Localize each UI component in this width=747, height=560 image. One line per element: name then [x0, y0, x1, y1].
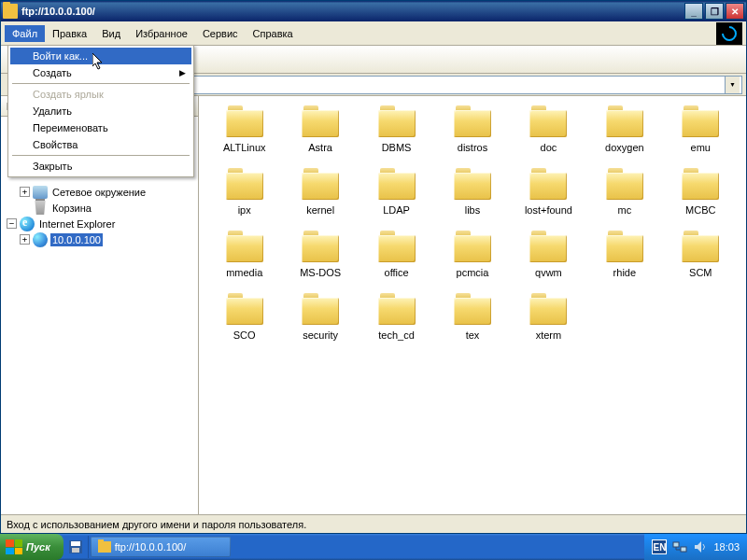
folder-item[interactable]: Astra [282, 105, 358, 153]
folder-label: mc [618, 204, 632, 216]
tray-network-icon[interactable] [672, 539, 687, 554]
svg-rect-13 [673, 542, 679, 547]
start-button[interactable]: Пуск [0, 534, 63, 560]
network-icon [33, 185, 48, 200]
tray-volume-icon[interactable] [693, 539, 708, 554]
folder-item[interactable]: MCBC [663, 168, 739, 216]
taskbar: Пуск ftp://10.0.0.100/ EN 18:03 [0, 534, 747, 560]
folder-icon [605, 168, 644, 202]
folder-label: emu [691, 142, 711, 153]
recycle-bin-icon [33, 201, 48, 216]
menubar: Файл Правка Вид Избранное Сервис Справка [1, 21, 746, 46]
folder-item[interactable]: SCO [206, 293, 282, 341]
menu-item-label: Удалить [33, 105, 72, 117]
folder-icon [529, 231, 568, 264]
folder-item[interactable]: tex [434, 293, 510, 341]
folder-icon [301, 231, 340, 264]
folder-label: SCM [689, 267, 712, 278]
folder-item[interactable]: SCM [663, 231, 739, 278]
titlebar[interactable]: ftp://10.0.0.100/ _ ❐ ✕ [1, 1, 746, 21]
close-button[interactable]: ✕ [726, 3, 744, 20]
tree-label: 10.0.0.100 [50, 233, 103, 246]
folder-item[interactable]: ALTLinux [206, 105, 282, 153]
folder-item[interactable]: tech_cd [359, 293, 434, 341]
folder-icon [301, 168, 340, 202]
menu-favorites[interactable]: Избранное [128, 25, 195, 42]
expand-button[interactable]: + [20, 187, 30, 197]
menu-rename[interactable]: Переименовать [10, 119, 191, 136]
folder-icon [98, 541, 111, 553]
folder-item[interactable]: qvwm [511, 231, 586, 278]
folder-item[interactable]: kernel [282, 168, 358, 216]
menu-edit[interactable]: Правка [45, 25, 94, 42]
folder-label: office [385, 267, 409, 278]
expand-button[interactable]: + [20, 234, 30, 245]
svg-rect-14 [681, 547, 686, 552]
menu-login-as[interactable]: Войти как... [10, 48, 191, 64]
folder-icon [225, 231, 264, 264]
folder-item[interactable]: lost+found [511, 168, 586, 216]
folder-label: Astra [308, 142, 332, 153]
folder-item[interactable]: security [282, 293, 358, 341]
folder-label: ALTLinux [223, 142, 266, 153]
menu-close[interactable]: Закрыть [10, 158, 191, 175]
menu-file[interactable]: Файл [5, 25, 45, 42]
folder-item[interactable]: ipx [206, 168, 282, 216]
maximize-button[interactable]: ❐ [705, 3, 724, 20]
menu-tools[interactable]: Сервис [195, 25, 246, 42]
taskbar-task-button[interactable]: ftp://10.0.0.100/ [91, 537, 231, 557]
folder-item[interactable]: rhide [586, 231, 662, 278]
tree-node-network[interactable]: + Сетевое окружение [3, 184, 196, 200]
menu-help[interactable]: Справка [246, 25, 301, 42]
folder-item[interactable]: MS-DOS [282, 231, 358, 278]
window-title: ftp://10.0.0.100/ [21, 6, 684, 17]
quick-launch-save-icon[interactable] [67, 539, 84, 555]
folder-icon [225, 168, 264, 202]
folder-item[interactable]: distros [434, 105, 510, 153]
folder-icon [377, 293, 416, 327]
folder-label: tex [466, 329, 480, 341]
system-tray: EN 18:03 [644, 534, 747, 560]
tree-node-recycle[interactable]: Корзина [3, 200, 196, 216]
address-dropdown-button[interactable]: ▼ [725, 77, 740, 93]
menu-view[interactable]: Вид [94, 25, 128, 42]
folder-label: libs [465, 204, 481, 216]
menu-delete[interactable]: Удалить [10, 103, 191, 119]
window-controls: _ ❐ ✕ [684, 3, 744, 20]
folder-label: tech_cd [378, 329, 415, 341]
menu-properties[interactable]: Свойства [10, 136, 191, 153]
folder-item[interactable]: DBMS [359, 105, 434, 153]
folder-icon [301, 293, 340, 327]
folder-label: doxygen [605, 142, 644, 153]
folder-icon [681, 105, 720, 139]
language-indicator[interactable]: EN [652, 539, 667, 554]
clock[interactable]: 18:03 [713, 541, 740, 553]
tree-node-ftp[interactable]: + 10.0.0.100 [3, 231, 196, 247]
folder-icon [377, 168, 416, 202]
minimize-button[interactable]: _ [684, 3, 703, 20]
folder-item[interactable]: office [359, 231, 434, 278]
folder-label: security [303, 329, 338, 341]
folder-item[interactable]: libs [434, 168, 510, 216]
menu-item-label: Войти как... [33, 50, 88, 62]
tree-node-ie[interactable]: − Internet Explorer [3, 216, 196, 231]
folder-icon [605, 231, 644, 264]
folder-icon [453, 293, 492, 327]
folder-item[interactable]: mmedia [206, 231, 282, 278]
folder-item[interactable]: mc [586, 168, 662, 216]
folder-label: MS-DOS [300, 267, 341, 278]
folder-view[interactable]: ALTLinuxAstraDBMSdistrosdocdoxygenemuipx… [199, 96, 746, 514]
folder-item[interactable]: xterm [511, 293, 586, 341]
expand-spacer [20, 203, 30, 213]
folder-item[interactable]: pcmcia [434, 231, 510, 278]
task-title: ftp://10.0.0.100/ [115, 541, 186, 553]
folder-item[interactable]: doc [511, 105, 586, 153]
folder-item[interactable]: emu [663, 105, 739, 153]
folder-label: DBMS [382, 142, 412, 153]
folder-icon [529, 105, 568, 139]
collapse-button[interactable]: − [7, 218, 17, 229]
folder-item[interactable]: LDAP [359, 168, 434, 216]
folder-item[interactable]: doxygen [586, 105, 662, 153]
menu-create[interactable]: Создать ▶ [10, 64, 191, 81]
status-text: Вход с использованием другого имени и па… [7, 519, 306, 530]
